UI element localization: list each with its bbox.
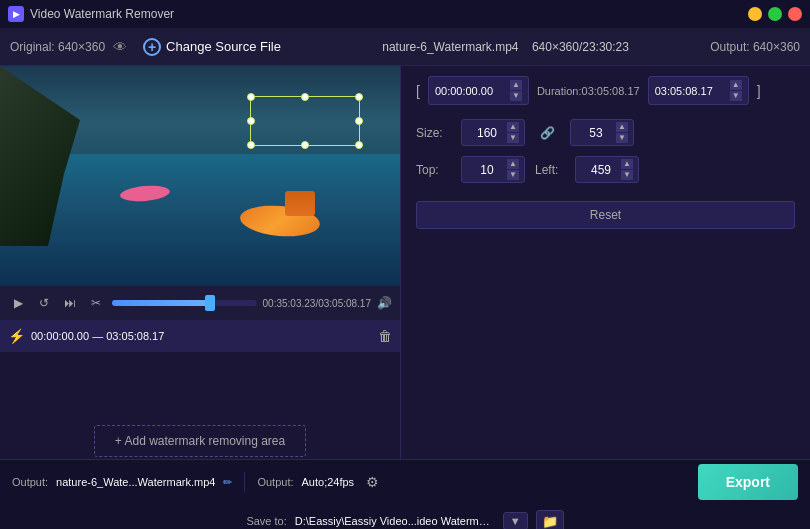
person-orange — [285, 191, 315, 216]
top-up[interactable]: ▲ — [507, 159, 519, 169]
window-controls: − □ × — [748, 7, 802, 21]
play-button[interactable]: ▶ — [8, 293, 28, 313]
duration-label: Duration:03:05:08.17 — [537, 85, 640, 97]
size-label: Size: — [416, 126, 451, 140]
change-source-label: Change Source File — [166, 39, 281, 54]
minimize-button[interactable]: − — [748, 7, 762, 21]
volume-icon[interactable]: 🔊 — [377, 296, 392, 310]
browse-folder-button[interactable]: 📁 — [536, 510, 564, 529]
time-range-row: [ 00:00:00.00 ▲ ▼ Duration:03:05:08.17 0… — [416, 76, 795, 105]
top-down[interactable]: ▼ — [507, 170, 519, 180]
position-row: Top: 10 ▲ ▼ Left: 459 ▲ ▼ — [416, 156, 795, 183]
start-time-value: 00:00:00.00 — [435, 85, 507, 97]
left-value: 459 — [581, 163, 621, 177]
region-time: 00:00:00.00 — 03:05:08.17 — [31, 330, 372, 342]
size-width-down[interactable]: ▼ — [507, 133, 519, 143]
file-info: nature-6_Watermark.mp4 640×360/23:30:23 — [301, 40, 710, 54]
reset-button[interactable]: Reset — [416, 201, 795, 229]
left-label: Left: — [535, 163, 565, 177]
export-button[interactable]: Export — [698, 464, 798, 500]
eye-icon[interactable]: 👁 — [113, 39, 127, 55]
output-format-label: Output: — [257, 476, 293, 488]
output-filename: nature-6_Wate...Watermark.mp4 — [56, 476, 215, 488]
edit-output-icon[interactable]: ✏ — [223, 476, 232, 489]
video-frame — [0, 66, 400, 286]
top-spinners: ▲ ▼ — [507, 159, 519, 180]
save-path-dropdown[interactable]: ▼ — [503, 512, 528, 529]
size-height-spinners: ▲ ▼ — [616, 122, 628, 143]
folder-icon: 📁 — [542, 514, 558, 529]
top-input[interactable]: 10 ▲ ▼ — [461, 156, 525, 183]
next-frame-button[interactable]: ⏭ — [60, 293, 80, 313]
bracket-open: [ — [416, 83, 420, 99]
end-time-spinners: ▲ ▼ — [730, 80, 742, 101]
size-height-value: 53 — [576, 126, 616, 140]
left-input[interactable]: 459 ▲ ▼ — [575, 156, 639, 183]
size-width-input[interactable]: 160 ▲ ▼ — [461, 119, 525, 146]
region-bar: ⚡ 00:00:00.00 — 03:05:08.17 🗑 — [0, 320, 400, 352]
top-label: Top: — [416, 163, 451, 177]
end-time-input[interactable]: 03:05:08.17 ▲ ▼ — [648, 76, 749, 105]
size-width-up[interactable]: ▲ — [507, 122, 519, 132]
size-height-down[interactable]: ▼ — [616, 133, 628, 143]
output-label: Output: — [12, 476, 48, 488]
delete-region-button[interactable]: 🗑 — [378, 328, 392, 344]
top-value: 10 — [467, 163, 507, 177]
progress-thumb[interactable] — [205, 295, 215, 311]
plus-circle-icon: + — [143, 38, 161, 56]
link-icon[interactable]: 🔗 — [540, 126, 555, 140]
size-height-up[interactable]: ▲ — [616, 122, 628, 132]
close-button[interactable]: × — [788, 7, 802, 21]
progress-fill — [112, 300, 210, 306]
left-up[interactable]: ▲ — [621, 159, 633, 169]
progress-bar[interactable] — [112, 300, 257, 306]
app-icon: ▶ — [8, 6, 24, 22]
left-down[interactable]: ▼ — [621, 170, 633, 180]
dropdown-arrow-icon: ▼ — [510, 515, 521, 527]
size-height-input[interactable]: 53 ▲ ▼ — [570, 119, 634, 146]
add-watermark-area-button[interactable]: + Add watermark removing area — [94, 425, 306, 457]
end-time-up[interactable]: ▲ — [730, 80, 742, 90]
bottom-bar: Output: nature-6_Wate...Watermark.mp4 ✏ … — [0, 459, 810, 529]
video-preview — [0, 66, 400, 286]
end-time-value: 03:05:08.17 — [655, 85, 727, 97]
start-time-input[interactable]: 00:00:00.00 ▲ ▼ — [428, 76, 529, 105]
file-meta: 640×360/23:30:23 — [532, 40, 629, 54]
region-icon: ⚡ — [8, 328, 25, 344]
start-time-up[interactable]: ▲ — [510, 80, 522, 90]
settings-gear-icon[interactable]: ⚙ — [366, 474, 379, 490]
bracket-close: ] — [757, 83, 761, 99]
app-title: Video Watermark Remover — [30, 7, 748, 21]
output-label: Output: 640×360 — [710, 40, 800, 54]
output-format-value: Auto;24fps — [302, 476, 355, 488]
add-area-label: + Add watermark removing area — [115, 434, 285, 448]
save-to-label: Save to: — [246, 515, 286, 527]
size-row: Size: 160 ▲ ▼ 🔗 53 ▲ ▼ — [416, 119, 795, 146]
playback-bar: ▶ ↺ ⏭ ✂ 00:35:03.23/03:05:08.17 🔊 — [0, 286, 400, 320]
change-source-button[interactable]: + Change Source File — [143, 38, 281, 56]
left-spinners: ▲ ▼ — [621, 159, 633, 180]
size-width-spinners: ▲ ▼ — [507, 122, 519, 143]
original-label: Original: 640×360 — [10, 40, 105, 54]
maximize-button[interactable]: □ — [768, 7, 782, 21]
toolbar: Original: 640×360 👁 + Change Source File… — [0, 28, 810, 66]
titlebar: ▶ Video Watermark Remover − □ × — [0, 0, 810, 28]
clip-button[interactable]: ✂ — [86, 293, 106, 313]
start-time-down[interactable]: ▼ — [510, 91, 522, 101]
file-name: nature-6_Watermark.mp4 — [382, 40, 518, 54]
save-row: Save to: D:\Eassiy\Eassiy Video...ideo W… — [246, 510, 563, 529]
start-time-spinners: ▲ ▼ — [510, 80, 522, 101]
time-display: 00:35:03.23/03:05:08.17 — [263, 298, 371, 309]
save-path-value: D:\Eassiy\Eassiy Video...ideo Watermark … — [295, 515, 495, 527]
output-row: Output: nature-6_Wate...Watermark.mp4 ✏ … — [12, 464, 798, 500]
divider — [244, 472, 245, 492]
end-time-down[interactable]: ▼ — [730, 91, 742, 101]
size-width-value: 160 — [467, 126, 507, 140]
loop-button[interactable]: ↺ — [34, 293, 54, 313]
